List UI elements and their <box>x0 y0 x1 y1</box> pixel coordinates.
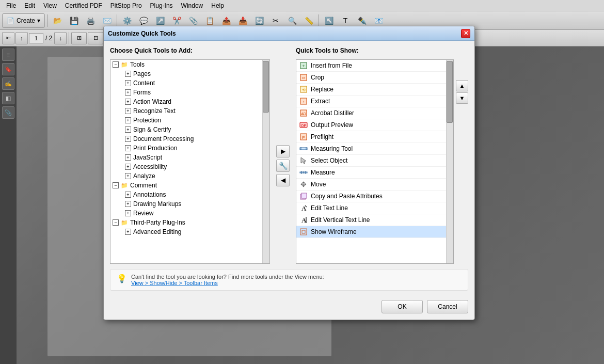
sign-certify-label: Sign & Certify <box>133 126 171 133</box>
svg-text:✂: ✂ <box>302 76 306 81</box>
copy-paste-label: Copy and Paste Attributes <box>311 193 383 200</box>
accessibility-expander[interactable]: + <box>125 164 131 170</box>
tree-item-forms[interactable]: + Forms <box>110 88 262 97</box>
recognize-text-expander[interactable]: + <box>125 108 131 114</box>
third-party-expander[interactable]: − <box>113 219 119 226</box>
protection-expander[interactable]: + <box>125 117 131 123</box>
javascript-label: JavaScript <box>133 154 162 161</box>
move-down-button[interactable]: ▼ <box>456 92 468 104</box>
right-list-item-copy-paste[interactable]: Copy and Paste Attributes <box>296 191 446 202</box>
comment-expander[interactable]: − <box>113 182 119 188</box>
tree-item-sign-certify[interactable]: + Sign & Certify <box>110 125 262 134</box>
right-list-item-measure[interactable]: Measure <box>296 167 446 179</box>
right-list-item-wireframe[interactable]: Show Wireframe <box>296 226 446 238</box>
tree-item-doc-processing[interactable]: + Document Processing <box>110 134 262 144</box>
right-list-item-replace[interactable]: ⟲ Replace <box>296 84 446 96</box>
advanced-editing-label: Advanced Editing <box>133 228 181 235</box>
select-object-label: Select Object <box>311 157 347 164</box>
tree-item-third-party[interactable]: − 📁 Third-Party Plug-Ins <box>110 218 262 227</box>
right-list-scrollbar[interactable] <box>446 60 453 263</box>
tree-item-print-production[interactable]: + Print Production <box>110 144 262 153</box>
tree-item-protection[interactable]: + Protection <box>110 116 262 125</box>
customize-quick-tools-dialog: Customize Quick Tools ✕ Choose Quick Too… <box>103 26 475 320</box>
drawing-markups-expander[interactable]: + <box>125 201 131 207</box>
tree-item-drawing-markups[interactable]: + Drawing Markups <box>110 199 262 209</box>
right-list-scroll[interactable]: + Insert from File ✂ Crop <box>296 60 446 263</box>
hint-main-text: Can't find the tool you are looking for?… <box>131 274 324 280</box>
move-icon: ✥ <box>299 180 308 188</box>
ok-button[interactable]: OK <box>382 300 423 313</box>
dialog-close-button[interactable]: ✕ <box>461 29 470 38</box>
print-production-expander[interactable]: + <box>125 145 131 151</box>
sign-certify-expander[interactable]: + <box>125 126 131 133</box>
javascript-expander[interactable]: + <box>125 154 131 161</box>
analyze-label: Analyze <box>133 172 155 180</box>
dialog-title: Customize Quick Tools <box>108 30 176 37</box>
annotations-expander[interactable]: + <box>125 192 131 198</box>
edit-text-label: Edit Text Line <box>311 204 348 212</box>
tree-item-action-wizard[interactable]: + Action Wizard <box>110 97 262 106</box>
tools-label: Tools <box>130 61 145 68</box>
analyze-expander[interactable]: + <box>125 173 131 179</box>
right-list-item-extract[interactable]: ↑ Extract <box>296 96 446 107</box>
action-wizard-expander[interactable]: + <box>125 99 131 105</box>
right-list-item-move[interactable]: ✥ Move <box>296 179 446 191</box>
updown-buttons-panel: ▲ ▼ <box>456 59 468 264</box>
tree-item-accessibility[interactable]: + Accessibility <box>110 162 262 171</box>
tree-scroll[interactable]: − 📁 Tools + Pages + Content <box>110 60 262 263</box>
annotations-label: Annotations <box>133 191 166 198</box>
tree-scrollbar[interactable] <box>262 60 269 263</box>
middle-buttons-panel: ▶ 🔧 ◀ <box>275 47 291 264</box>
right-list-item-output-preview[interactable]: OP Output Preview <box>296 119 446 131</box>
tree-item-analyze[interactable]: + Analyze <box>110 171 262 181</box>
tool-action-button[interactable]: 🔧 <box>276 160 290 172</box>
insert-icon: + <box>299 61 308 70</box>
dialog-columns: Choose Quick Tools to Add: − 📁 Tools + <box>110 47 468 264</box>
insert-label: Insert from File <box>311 62 352 69</box>
doc-processing-label: Document Processing <box>133 135 194 143</box>
doc-processing-expander[interactable]: + <box>125 136 131 142</box>
svg-text:+: + <box>302 64 305 69</box>
tree-item-review[interactable]: + Review <box>110 209 262 218</box>
tree-container: − 📁 Tools + Pages + Content <box>110 59 270 264</box>
pages-expander[interactable]: + <box>125 71 131 77</box>
tools-folder-icon: 📁 <box>121 61 128 68</box>
review-expander[interactable]: + <box>125 210 131 216</box>
tree-scrollbar-thumb[interactable] <box>263 61 269 113</box>
right-scrollbar-thumb[interactable] <box>447 61 453 123</box>
edit-vertical-icon: A <box>299 216 308 224</box>
hint-link[interactable]: View > Show/Hide > Toolbar Items <box>131 280 218 286</box>
tree-item-content[interactable]: + Content <box>110 78 262 88</box>
tree-item-annotations[interactable]: + Annotations <box>110 190 262 199</box>
review-label: Review <box>133 210 153 217</box>
tree-item-recognize-text[interactable]: + Recognize Text <box>110 106 262 116</box>
forms-expander[interactable]: + <box>125 89 131 96</box>
right-list-item-edit-vertical[interactable]: A Edit Vertical Text Line <box>296 214 446 226</box>
svg-text:OP: OP <box>301 124 306 128</box>
svg-text:P: P <box>302 135 305 140</box>
remove-from-right-button[interactable]: ◀ <box>276 174 290 186</box>
measuring-icon <box>299 145 308 153</box>
right-list-item-distiller[interactable]: AD Acrobat Distiller <box>296 107 446 119</box>
tree-item-tools[interactable]: − 📁 Tools <box>110 60 262 69</box>
cancel-button[interactable]: Cancel <box>427 300 468 313</box>
move-up-button[interactable]: ▲ <box>456 80 468 91</box>
tree-item-advanced-editing[interactable]: + Advanced Editing <box>110 227 262 236</box>
right-list-item-select-object[interactable]: Select Object <box>296 155 446 167</box>
dialog-body: Choose Quick Tools to Add: − 📁 Tools + <box>104 41 474 320</box>
right-list-item-insert[interactable]: + Insert from File <box>296 60 446 72</box>
tree-item-javascript[interactable]: + JavaScript <box>110 153 262 162</box>
tree-item-comment[interactable]: − 📁 Comment <box>110 181 262 190</box>
edit-vertical-label: Edit Vertical Text Line <box>311 216 370 224</box>
advanced-editing-expander[interactable]: + <box>125 229 131 235</box>
right-list-item-preflight[interactable]: P Preflight <box>296 131 446 143</box>
add-to-right-button[interactable]: ▶ <box>276 145 290 157</box>
tools-expander[interactable]: − <box>113 61 119 68</box>
hint-icon: 💡 <box>117 274 127 283</box>
right-list-item-measuring[interactable]: Measuring Tool <box>296 143 446 155</box>
dialog-hint: 💡 Can't find the tool you are looking fo… <box>110 269 468 291</box>
right-list-item-edit-text[interactable]: A Edit Text Line <box>296 202 446 214</box>
tree-item-pages[interactable]: + Pages <box>110 69 262 78</box>
right-list-item-crop[interactable]: ✂ Crop <box>296 72 446 84</box>
content-expander[interactable]: + <box>125 80 131 86</box>
